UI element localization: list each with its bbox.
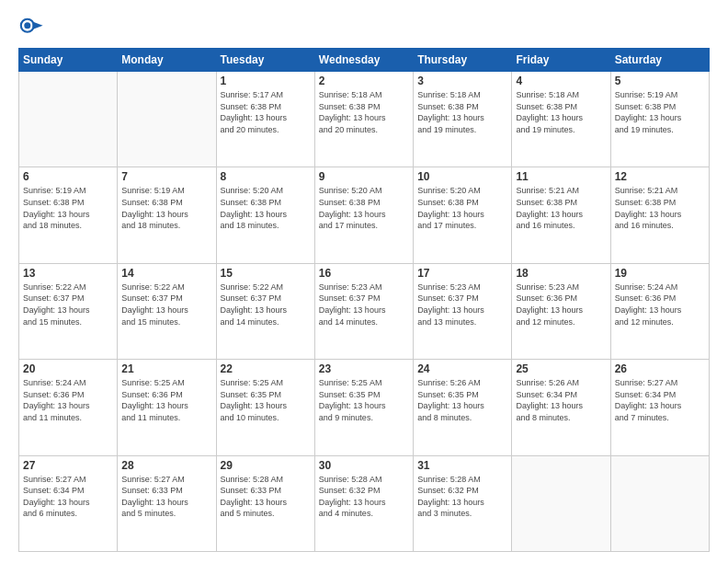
day-number: 14 <box>121 267 211 280</box>
weekday-header-friday: Friday <box>512 49 610 72</box>
calendar-cell: 30Sunrise: 5:28 AM Sunset: 6:32 PM Dayli… <box>314 455 413 551</box>
calendar-cell: 31Sunrise: 5:28 AM Sunset: 6:32 PM Dayli… <box>414 455 512 551</box>
day-info: Sunrise: 5:26 AM Sunset: 6:34 PM Dayligh… <box>516 377 606 423</box>
day-info: Sunrise: 5:27 AM Sunset: 6:34 PM Dayligh… <box>23 474 113 520</box>
calendar-week-3: 20Sunrise: 5:24 AM Sunset: 6:36 PM Dayli… <box>19 360 710 455</box>
calendar-cell: 7Sunrise: 5:19 AM Sunset: 6:38 PM Daylig… <box>118 167 216 263</box>
day-number: 1 <box>221 75 311 87</box>
calendar-cell: 22Sunrise: 5:25 AM Sunset: 6:35 PM Dayli… <box>216 360 314 455</box>
day-info: Sunrise: 5:20 AM Sunset: 6:38 PM Dayligh… <box>221 185 311 231</box>
day-number: 6 <box>23 170 113 183</box>
day-number: 9 <box>319 170 409 183</box>
calendar-cell: 23Sunrise: 5:25 AM Sunset: 6:35 PM Dayli… <box>314 360 413 455</box>
calendar-cell: 11Sunrise: 5:21 AM Sunset: 6:38 PM Dayli… <box>512 167 610 263</box>
weekday-header-monday: Monday <box>118 49 216 72</box>
day-info: Sunrise: 5:27 AM Sunset: 6:34 PM Dayligh… <box>615 377 705 423</box>
day-info: Sunrise: 5:20 AM Sunset: 6:38 PM Dayligh… <box>319 185 409 231</box>
weekday-header-wednesday: Wednesday <box>314 49 413 72</box>
day-number: 19 <box>615 267 705 280</box>
calendar-week-0: 1Sunrise: 5:17 AM Sunset: 6:38 PM Daylig… <box>19 72 710 167</box>
calendar-cell: 5Sunrise: 5:19 AM Sunset: 6:38 PM Daylig… <box>610 72 709 167</box>
weekday-header-saturday: Saturday <box>610 49 709 72</box>
day-number: 26 <box>615 362 705 375</box>
svg-point-1 <box>24 22 30 29</box>
day-info: Sunrise: 5:25 AM Sunset: 6:35 PM Dayligh… <box>221 377 311 423</box>
day-info: Sunrise: 5:23 AM Sunset: 6:37 PM Dayligh… <box>417 282 507 327</box>
day-number: 21 <box>121 362 211 375</box>
logo <box>18 17 48 42</box>
calendar-cell: 6Sunrise: 5:19 AM Sunset: 6:38 PM Daylig… <box>19 167 118 263</box>
calendar-cell: 28Sunrise: 5:27 AM Sunset: 6:33 PM Dayli… <box>118 455 216 551</box>
day-number: 24 <box>417 362 507 375</box>
day-info: Sunrise: 5:17 AM Sunset: 6:38 PM Dayligh… <box>221 89 311 135</box>
calendar-cell: 17Sunrise: 5:23 AM Sunset: 6:37 PM Dayli… <box>414 263 512 359</box>
day-number: 2 <box>319 75 409 87</box>
calendar-week-2: 13Sunrise: 5:22 AM Sunset: 6:37 PM Dayli… <box>19 263 710 359</box>
calendar-cell: 14Sunrise: 5:22 AM Sunset: 6:37 PM Dayli… <box>118 263 216 359</box>
day-number: 13 <box>23 267 113 280</box>
day-number: 23 <box>319 362 409 375</box>
calendar-cell: 21Sunrise: 5:25 AM Sunset: 6:36 PM Dayli… <box>118 360 216 455</box>
calendar-cell: 9Sunrise: 5:20 AM Sunset: 6:38 PM Daylig… <box>314 167 413 263</box>
day-number: 30 <box>319 459 409 472</box>
day-number: 27 <box>23 459 113 472</box>
calendar-cell: 2Sunrise: 5:18 AM Sunset: 6:38 PM Daylig… <box>314 72 413 167</box>
day-info: Sunrise: 5:19 AM Sunset: 6:38 PM Dayligh… <box>23 185 113 231</box>
day-info: Sunrise: 5:27 AM Sunset: 6:33 PM Dayligh… <box>121 474 211 520</box>
day-number: 10 <box>417 170 507 183</box>
day-info: Sunrise: 5:21 AM Sunset: 6:38 PM Dayligh… <box>516 185 606 231</box>
header <box>18 17 710 42</box>
calendar-cell: 25Sunrise: 5:26 AM Sunset: 6:34 PM Dayli… <box>512 360 610 455</box>
day-number: 22 <box>221 362 311 375</box>
calendar-cell <box>118 72 216 167</box>
calendar-cell: 4Sunrise: 5:18 AM Sunset: 6:38 PM Daylig… <box>512 72 610 167</box>
svg-marker-2 <box>32 22 42 29</box>
calendar-cell: 10Sunrise: 5:20 AM Sunset: 6:38 PM Dayli… <box>414 167 512 263</box>
day-info: Sunrise: 5:25 AM Sunset: 6:36 PM Dayligh… <box>121 377 211 423</box>
day-info: Sunrise: 5:25 AM Sunset: 6:35 PM Dayligh… <box>319 377 409 423</box>
day-info: Sunrise: 5:22 AM Sunset: 6:37 PM Dayligh… <box>23 282 113 327</box>
day-number: 4 <box>516 75 606 87</box>
calendar-cell: 12Sunrise: 5:21 AM Sunset: 6:38 PM Dayli… <box>610 167 709 263</box>
day-info: Sunrise: 5:22 AM Sunset: 6:37 PM Dayligh… <box>221 282 311 327</box>
weekday-header-tuesday: Tuesday <box>216 49 314 72</box>
day-info: Sunrise: 5:28 AM Sunset: 6:33 PM Dayligh… <box>221 474 311 520</box>
day-info: Sunrise: 5:23 AM Sunset: 6:37 PM Dayligh… <box>319 282 409 327</box>
calendar-cell: 29Sunrise: 5:28 AM Sunset: 6:33 PM Dayli… <box>216 455 314 551</box>
calendar-cell: 3Sunrise: 5:18 AM Sunset: 6:38 PM Daylig… <box>414 72 512 167</box>
day-info: Sunrise: 5:21 AM Sunset: 6:38 PM Dayligh… <box>615 185 705 231</box>
calendar-cell: 15Sunrise: 5:22 AM Sunset: 6:37 PM Dayli… <box>216 263 314 359</box>
day-number: 15 <box>221 267 311 280</box>
day-info: Sunrise: 5:28 AM Sunset: 6:32 PM Dayligh… <box>417 474 507 520</box>
day-info: Sunrise: 5:28 AM Sunset: 6:32 PM Dayligh… <box>319 474 409 520</box>
calendar-cell: 18Sunrise: 5:23 AM Sunset: 6:36 PM Dayli… <box>512 263 610 359</box>
weekday-header-thursday: Thursday <box>414 49 512 72</box>
calendar-cell: 16Sunrise: 5:23 AM Sunset: 6:37 PM Dayli… <box>314 263 413 359</box>
calendar-week-1: 6Sunrise: 5:19 AM Sunset: 6:38 PM Daylig… <box>19 167 710 263</box>
day-number: 3 <box>417 75 507 87</box>
day-number: 17 <box>417 267 507 280</box>
logo-icon <box>18 17 44 42</box>
day-number: 16 <box>319 267 409 280</box>
calendar-table: SundayMondayTuesdayWednesdayThursdayFrid… <box>18 48 710 552</box>
day-info: Sunrise: 5:19 AM Sunset: 6:38 PM Dayligh… <box>615 89 705 135</box>
calendar-cell <box>19 72 118 167</box>
calendar-cell: 13Sunrise: 5:22 AM Sunset: 6:37 PM Dayli… <box>19 263 118 359</box>
day-info: Sunrise: 5:24 AM Sunset: 6:36 PM Dayligh… <box>615 282 705 327</box>
day-number: 7 <box>121 170 211 183</box>
weekday-header-row: SundayMondayTuesdayWednesdayThursdayFrid… <box>19 49 710 72</box>
calendar-cell: 24Sunrise: 5:26 AM Sunset: 6:35 PM Dayli… <box>414 360 512 455</box>
weekday-header-sunday: Sunday <box>19 49 118 72</box>
day-info: Sunrise: 5:24 AM Sunset: 6:36 PM Dayligh… <box>23 377 113 423</box>
day-number: 31 <box>417 459 507 472</box>
day-info: Sunrise: 5:18 AM Sunset: 6:38 PM Dayligh… <box>319 89 409 135</box>
day-number: 12 <box>615 170 705 183</box>
day-info: Sunrise: 5:26 AM Sunset: 6:35 PM Dayligh… <box>417 377 507 423</box>
calendar-cell: 19Sunrise: 5:24 AM Sunset: 6:36 PM Dayli… <box>610 263 709 359</box>
day-number: 18 <box>516 267 606 280</box>
day-info: Sunrise: 5:22 AM Sunset: 6:37 PM Dayligh… <box>121 282 211 327</box>
day-info: Sunrise: 5:20 AM Sunset: 6:38 PM Dayligh… <box>417 185 507 231</box>
calendar-cell <box>610 455 709 551</box>
day-number: 29 <box>221 459 311 472</box>
calendar-week-4: 27Sunrise: 5:27 AM Sunset: 6:34 PM Dayli… <box>19 455 710 551</box>
